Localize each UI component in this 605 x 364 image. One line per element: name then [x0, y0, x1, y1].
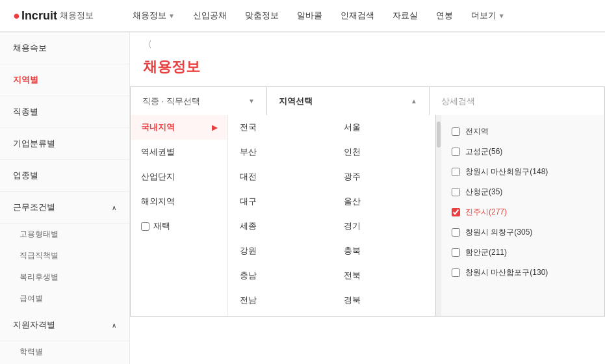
scrollbar[interactable]	[436, 115, 441, 316]
logo-text: Incruit	[21, 9, 57, 23]
sidebar-item-근무조건별[interactable]: 근무조건별 ∧	[0, 192, 129, 224]
checkbox-창원마산회원구[interactable]	[452, 168, 460, 176]
region-대전[interactable]: 대전	[228, 164, 332, 189]
nav-item-맞춤정보[interactable]: 맞춤정보	[245, 10, 279, 21]
chevron-up-icon: ∧	[112, 204, 116, 211]
region-detail-전지역[interactable]: 전지역	[441, 122, 604, 142]
region-detail-산청군[interactable]: 산청군(35)	[441, 182, 604, 202]
sidebar-sub-학력별[interactable]: 학력별	[0, 341, 129, 363]
main-content: 〈 채용정보 직종 · 직무선택 ▼ 지역선택 ▲ 상세검색 국내지역	[130, 32, 605, 364]
region-subway[interactable]: 역세권별	[131, 140, 227, 164]
sidebar-sub-급여별[interactable]: 급여별	[0, 288, 129, 309]
arrow-right-icon: ▶	[212, 124, 217, 132]
checkbox-함안군[interactable]	[452, 248, 460, 257]
region-경북[interactable]: 경북	[332, 288, 436, 313]
chevron-down-icon: ▼	[248, 98, 255, 105]
checkbox-고성군[interactable]	[452, 148, 460, 156]
region-filter-button[interactable]: 지역선택 ▲	[267, 87, 430, 115]
region-강원[interactable]: 강원	[228, 239, 332, 263]
logo-subtitle: 채용정보	[60, 10, 94, 21]
region-전북[interactable]: 전북	[332, 263, 436, 288]
region-경기[interactable]: 경기	[332, 214, 436, 239]
region-grid: 전국 서울 부산 인천 대전 광주 대구 울산 세종 경기 강원 충북 충남 전…	[228, 115, 435, 316]
region-제주[interactable]: 제주	[332, 313, 436, 316]
region-dropdown: 국내지역 ▶ 역세권별 산업단지 해외지역 재택	[130, 115, 605, 317]
nav-item-알바콜[interactable]: 알바콜	[297, 10, 322, 21]
region-울산[interactable]: 울산	[332, 189, 436, 214]
sidebar: 채용속보 지역별 직종별 기업분류별 업종별 근무조건별 ∧ 고용형태별 직급직…	[0, 32, 130, 364]
sidebar-item-업종별[interactable]: 업종별	[0, 160, 129, 192]
checkbox-창원마산합포구[interactable]	[452, 268, 460, 277]
job-filter-button[interactable]: 직종 · 직무선택 ▼	[131, 87, 267, 115]
remote-checkbox[interactable]	[141, 222, 149, 231]
region-industrial[interactable]: 산업단지	[131, 164, 227, 189]
region-경남[interactable]: 경남	[228, 313, 332, 316]
region-전남[interactable]: 전남	[228, 288, 332, 313]
region-세종[interactable]: 세종	[228, 214, 332, 239]
sidebar-item-채용속보[interactable]: 채용속보	[0, 32, 129, 64]
region-부산[interactable]: 부산	[228, 140, 332, 164]
nav-item-인재검색[interactable]: 인재검색	[341, 10, 374, 21]
scrollbar-thumb[interactable]	[437, 122, 441, 148]
region-광주[interactable]: 광주	[332, 164, 436, 189]
region-detail-진주시[interactable]: 진주시(277)	[441, 202, 604, 222]
region-충남[interactable]: 충남	[228, 263, 332, 288]
region-detail-창원마산합포구[interactable]: 창원시 마산합포구(130)	[441, 263, 604, 283]
header: ● Incruit 채용정보 채용정보 ▼ 신입공채 맞춤정보 알바콜 인재검색…	[0, 0, 605, 32]
chevron-down-icon: ▼	[168, 12, 175, 20]
nav-item-더보기[interactable]: 더보기 ▼	[471, 10, 505, 21]
region-detail-고성군[interactable]: 고성군(56)	[441, 142, 604, 162]
logo-icon: ●	[13, 9, 20, 23]
page-title: 채용정보	[130, 57, 605, 86]
region-서울[interactable]: 서울	[332, 115, 436, 140]
checkbox-산청군[interactable]	[452, 188, 460, 196]
sidebar-sub-복리후생별[interactable]: 복리후생별	[0, 266, 129, 288]
region-전국[interactable]: 전국	[228, 115, 332, 140]
checkbox-진주시[interactable]	[452, 208, 460, 216]
region-detail-창원의창구[interactable]: 창원시 의창구(305)	[441, 222, 604, 242]
logo[interactable]: ● Incruit 채용정보	[13, 9, 94, 23]
region-detail-panel: 전지역 고성군(56) 창원시 마산회원구(148) 산청군(35) 진주시(2…	[441, 115, 604, 316]
layout: 채용속보 지역별 직종별 기업분류별 업종별 근무조건별 ∧ 고용형태별 직급직…	[0, 32, 605, 364]
region-overseas[interactable]: 해외지역	[131, 189, 227, 214]
detail-search-label[interactable]: 상세검색	[430, 87, 604, 115]
nav-item-연봉[interactable]: 연봉	[436, 10, 453, 21]
region-remote[interactable]: 재택	[131, 214, 227, 239]
checkbox-전지역[interactable]	[452, 127, 460, 136]
region-충북[interactable]: 충북	[332, 239, 436, 263]
sidebar-sub-고용형태별[interactable]: 고용형태별	[0, 224, 129, 245]
chevron-up-icon: ∧	[112, 322, 116, 329]
filter-bar: 직종 · 직무선택 ▼ 지역선택 ▲ 상세검색	[130, 86, 605, 115]
main-nav: 채용정보 ▼ 신입공채 맞춤정보 알바콜 인재검색 자료실 연봉 더보기 ▼	[133, 10, 505, 21]
sidebar-item-직종별[interactable]: 직종별	[0, 96, 129, 128]
back-button[interactable]: 〈	[130, 32, 605, 57]
sidebar-sub-직급직책별[interactable]: 직급직책별	[0, 245, 129, 266]
region-category-panel: 국내지역 ▶ 역세권별 산업단지 해외지역 재택	[131, 115, 228, 316]
nav-item-채용정보[interactable]: 채용정보 ▼	[133, 10, 175, 21]
nav-item-신입공채[interactable]: 신입공채	[193, 10, 227, 21]
sidebar-item-지역별[interactable]: 지역별	[0, 64, 129, 96]
checkbox-창원의창구[interactable]	[452, 228, 460, 237]
chevron-down-icon: ▼	[498, 12, 505, 20]
region-detail-함안군[interactable]: 함안군(211)	[441, 242, 604, 263]
nav-item-자료실[interactable]: 자료실	[393, 10, 418, 21]
region-list-panel: 전국 서울 부산 인천 대전 광주 대구 울산 세종 경기 강원 충북 충남 전…	[228, 115, 436, 316]
region-대구[interactable]: 대구	[228, 189, 332, 214]
region-detail-창원마산회원구[interactable]: 창원시 마산회원구(148)	[441, 162, 604, 182]
region-인천[interactable]: 인천	[332, 140, 436, 164]
region-domestic[interactable]: 국내지역 ▶	[131, 115, 227, 140]
sidebar-item-기업분류별[interactable]: 기업분류별	[0, 128, 129, 160]
sidebar-item-지원자격별[interactable]: 지원자격별 ∧	[0, 309, 129, 341]
chevron-up-icon: ▲	[411, 98, 417, 105]
